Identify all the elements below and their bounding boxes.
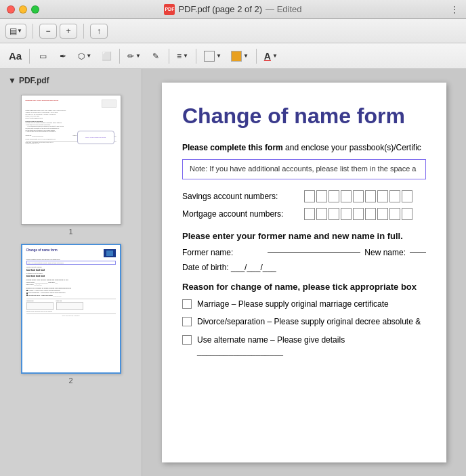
document-view: Change of name form Please complete this… xyxy=(142,69,466,476)
reason-alternate-checkbox[interactable] xyxy=(182,335,192,345)
shapes-chevron: ▼ xyxy=(86,53,91,59)
new-name-label: New name: xyxy=(364,248,406,257)
share-group: ↑ xyxy=(90,24,108,39)
savings-box-4[interactable] xyxy=(341,190,352,202)
savings-box-8[interactable] xyxy=(389,190,400,202)
fmt-sep-3 xyxy=(169,49,169,64)
thumbnail-frame-1: Feilding-Tuby Class Demonstration Form P… xyxy=(21,95,121,225)
savings-row: Savings account numbers: xyxy=(182,190,426,202)
sidebar-collapse-icon[interactable]: ▼ xyxy=(8,76,16,85)
markup-button[interactable]: ✎ xyxy=(147,47,165,65)
mortgage-boxes xyxy=(304,208,412,220)
text-box-icon: ▭ xyxy=(39,51,47,61)
markup-icon: ✎ xyxy=(152,51,159,61)
reason-alternate: Use alternate name – Please give details… xyxy=(182,334,426,358)
savings-box-7[interactable] xyxy=(377,190,388,202)
thumbnail-page-1[interactable]: Feilding-Tuby Class Demonstration Form P… xyxy=(5,95,136,236)
mortgage-box-8[interactable] xyxy=(389,208,400,220)
dob-row: Date of birth: ___/___/___ xyxy=(182,263,426,272)
shapes-icon: ⬡ xyxy=(78,51,85,61)
fmt-sep-4 xyxy=(196,49,196,64)
maximize-button[interactable] xyxy=(31,5,39,14)
mortgage-box-5[interactable] xyxy=(353,208,364,220)
page-number-2: 2 xyxy=(68,376,72,385)
mortgage-box-3[interactable] xyxy=(329,208,339,220)
edited-badge: — Edited xyxy=(266,4,302,14)
font-color-icon: A xyxy=(264,51,271,62)
fill-color-button[interactable]: ▼ xyxy=(228,47,252,65)
shapes-button[interactable]: ⬡ ▼ xyxy=(75,47,95,65)
zoom-in-button[interactable]: + xyxy=(60,24,77,39)
sidebar-toggle-chevron: ▼ xyxy=(17,28,22,34)
thumbnail-frame-2: Change of name form Please complete this… xyxy=(21,244,121,374)
mortgage-row: Mortgage account numbers: xyxy=(182,208,426,220)
sidebar-title: PDF.pdf xyxy=(19,76,49,85)
sidebar-toggle-button[interactable]: ▤ ▼ xyxy=(5,24,26,39)
formatting-toolbar: Aa ▭ ✒ ⬡ ▼ ⬜ ✏ ▼ ✎ ≡ ▼ ▼ ▼ A ▼ xyxy=(0,43,466,69)
sidebar-header: ▼ PDF.pdf xyxy=(5,74,136,87)
note-box: Note: If you have additional accounts, p… xyxy=(182,159,426,179)
fill-color-icon xyxy=(231,51,242,62)
font-color-button[interactable]: A ▼ xyxy=(261,47,281,65)
primary-toolbar: ▤ ▼ − + ↑ xyxy=(0,19,466,43)
share-button[interactable]: ↑ xyxy=(90,24,108,39)
pen-tool-button[interactable]: ✒ xyxy=(54,47,72,65)
text-box-button[interactable]: ▭ xyxy=(34,47,51,65)
mortgage-box-4[interactable] xyxy=(341,208,352,220)
reason-divorce: Divorce/separation – Please supply origi… xyxy=(182,316,426,328)
align-chevron: ▼ xyxy=(183,53,188,59)
savings-label: Savings account numbers: xyxy=(182,192,304,201)
fill-chevron: ▼ xyxy=(243,53,249,59)
reason-marriage: Marriage – Please supply original marria… xyxy=(182,299,426,310)
highlight-button[interactable]: ✏ ▼ xyxy=(124,47,144,65)
font-tool-button[interactable]: Aa xyxy=(5,47,25,65)
border-color-button[interactable]: ▼ xyxy=(200,47,225,65)
former-name-line xyxy=(268,252,360,253)
zoom-out-button[interactable]: − xyxy=(39,24,57,39)
reason-marriage-text: Marriage – Please supply original marria… xyxy=(197,299,426,310)
fmt-sep-5 xyxy=(256,49,257,64)
thumbnail-sidebar: ▼ PDF.pdf Feilding-Tuby Class Demonstrat… xyxy=(0,69,142,476)
window-controls xyxy=(7,5,39,14)
savings-box-2[interactable] xyxy=(316,190,327,202)
highlight-chevron: ▼ xyxy=(135,53,141,59)
mortgage-box-7[interactable] xyxy=(377,208,388,220)
account-numbers-section: Savings account numbers: Mortgage xyxy=(182,190,426,220)
savings-box-5[interactable] xyxy=(353,190,364,202)
window-title: PDF PDF.pdf (page 2 of 2) — Edited xyxy=(164,4,301,15)
mortgage-label: Mortgage account numbers: xyxy=(182,209,304,219)
reason-divorce-checkbox[interactable] xyxy=(182,317,192,326)
share-icon: ↑ xyxy=(97,26,101,36)
savings-boxes xyxy=(304,190,412,202)
mortgage-box-9[interactable] xyxy=(402,208,412,220)
thumbnail-page-2[interactable]: Change of name form Please complete this… xyxy=(5,244,136,385)
reason-marriage-checkbox[interactable] xyxy=(182,299,192,309)
align-icon: ≡ xyxy=(177,51,182,61)
reason-divorce-text: Divorce/separation – Please supply origi… xyxy=(197,316,426,328)
savings-box-3[interactable] xyxy=(329,190,339,202)
savings-box-6[interactable] xyxy=(365,190,376,202)
note-text: Note: If you have additional accounts, p… xyxy=(190,165,416,173)
new-name-line xyxy=(410,252,426,253)
form-title: Change of name form xyxy=(182,103,426,129)
titlebar-right-controls: ⋮ xyxy=(450,3,459,16)
mortgage-box-6[interactable] xyxy=(365,208,376,220)
toolbar-separator-1 xyxy=(33,24,33,39)
insert-image-button[interactable]: ⬜ xyxy=(98,47,115,65)
title-text: PDF.pdf (page 2 of 2) xyxy=(178,4,262,14)
close-button[interactable] xyxy=(7,5,15,14)
form-instruction: Please complete this form and enclose yo… xyxy=(182,142,426,154)
sidebar-icon: ▤ xyxy=(9,26,17,36)
pen-icon: ✒ xyxy=(60,51,66,61)
minimize-button[interactable] xyxy=(19,5,27,14)
pdf-icon: PDF xyxy=(164,4,175,15)
align-button[interactable]: ≡ ▼ xyxy=(173,47,192,65)
mortgage-box-2[interactable] xyxy=(316,208,327,220)
savings-box-9[interactable] xyxy=(402,190,412,202)
dob-label: Date of birth: ___/___/___ xyxy=(182,263,276,272)
mortgage-box-1[interactable] xyxy=(304,208,315,220)
reason-section-title: Reason for change of name, please tick a… xyxy=(182,282,426,292)
former-name-row: Former name: New name: xyxy=(182,248,426,257)
savings-box-1[interactable] xyxy=(304,190,315,202)
fmt-sep-2 xyxy=(119,49,120,64)
